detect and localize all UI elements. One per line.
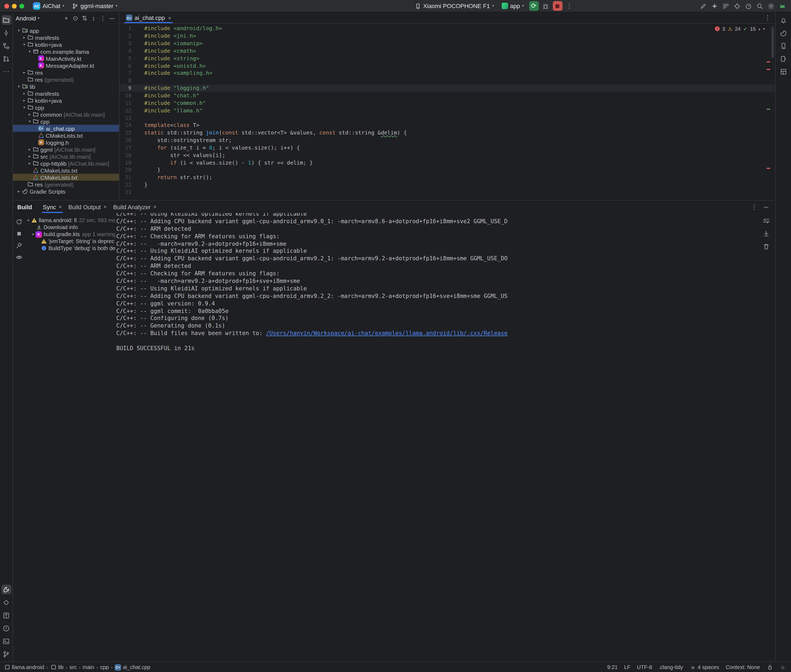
build-tab-build-analyzer[interactable]: Build Analyzer× [110,201,160,213]
gradle-icon[interactable] [779,28,788,38]
breadcrumb-llama.android[interactable]: llama.android [4,664,44,670]
structure-icon[interactable] [2,41,11,51]
soft-wrap-icon[interactable] [761,216,771,226]
project-view-selector[interactable]: Android [16,15,36,21]
tree-item-CMakeLists.txt[interactable]: CMakeLists.txt [13,132,119,139]
more-options-icon[interactable]: ⋮ [98,14,107,22]
line-number[interactable]: 19 [119,160,132,165]
code-line-13[interactable]: 13 [119,114,775,122]
inspections-widget[interactable]: ! 3 ⚠ 24 ✔ 15 ▴ ▾ [713,25,767,32]
line-number[interactable]: 22 [119,182,132,188]
code-line-17[interactable]: 17 for (size_t i = 0; i < values.size();… [119,144,775,151]
code-line-18[interactable]: 18 str << values[i]; [119,151,775,159]
line-number[interactable]: 11 [119,100,132,106]
build-tab-sync[interactable]: Sync× [40,201,65,213]
chevron-down-icon[interactable]: ▾ [16,28,21,32]
close-tab-icon[interactable]: × [153,204,157,210]
chevron-right-icon[interactable]: ▸ [27,112,32,117]
tree-item-com.example.llama[interactable]: ▾com.example.llama [13,48,119,55]
build-tree-item[interactable]: BuildType 'debug' is both de [25,245,115,252]
tree-item-manifests[interactable]: ▸manifests [13,90,119,97]
app-inspection-icon[interactable] [732,1,742,11]
hide-panel-icon[interactable]: ─ [761,202,771,212]
chevron-right-icon[interactable]: ▸ [21,91,27,96]
status-item-9:21[interactable]: 9:21 [607,664,618,670]
live-edit-icon[interactable] [698,1,708,11]
code-line-14[interactable]: 14template<class T> [119,122,775,129]
status-item-lock-icon[interactable] [767,664,773,670]
code-line-5[interactable]: 5#include <string> [119,54,775,62]
code-line-12[interactable]: 12#include "llama.h" [119,107,775,114]
tree-item-src[interactable]: ▸src [AiChat.lib.main] [13,153,119,160]
branch-selector[interactable]: ggml-master ▾ [69,1,120,11]
minimize-window-button[interactable] [12,3,17,8]
project-icon[interactable] [2,15,11,25]
code-line-19[interactable]: 19 if (i < values.size() - 1) { str << d… [119,158,775,166]
tree-item-cpp-httplib[interactable]: ▸cpp-httplib [AiChat.lib.main] [13,160,119,167]
close-window-button[interactable] [4,3,9,8]
add-icon[interactable]: + [62,14,71,22]
status-item-LF[interactable]: LF [624,664,631,670]
status-item-4-spaces[interactable]: »4 spaces [690,664,719,670]
collapse-all-icon[interactable]: ↕ [89,14,98,22]
running-devices-icon[interactable] [779,54,788,64]
line-number[interactable]: 6 [119,62,132,69]
code-line-4[interactable]: 4#include <cmath> [119,47,775,54]
line-number[interactable]: 4 [119,48,132,54]
code-line-15[interactable]: 15static std::string join(const std::vec… [119,129,775,137]
build-tree-item[interactable]: ▾llama.android: fi22 sec, 583 ms [25,217,115,224]
line-number[interactable]: 13 [119,115,132,121]
tree-item-CMakeLists.txt[interactable]: CMakeLists.txt [13,167,119,174]
line-number[interactable]: 2 [119,33,132,39]
more-tool-windows-icon[interactable]: ⋯ [2,67,11,76]
line-number[interactable]: 9 [119,85,132,91]
close-tab-icon[interactable]: × [59,204,62,210]
code-line-6[interactable]: 6#include <unistd.h> [119,62,775,69]
line-number[interactable]: 23 [119,189,132,195]
tree-item-kotlin+java[interactable]: ▾kotlin+java [13,41,119,48]
project-selector[interactable]: AC AiChat ▾ [30,1,67,11]
more-options-icon[interactable]: ⋮ [749,202,759,212]
debug-button[interactable] [541,1,550,11]
expand-all-icon[interactable]: ⇅ [80,14,89,22]
chevron-down-icon[interactable]: ▾ [30,232,35,236]
line-number[interactable]: 14 [119,122,132,128]
code-line-21[interactable]: 21 return str.str(); [119,174,775,181]
stop-button[interactable] [552,1,562,11]
chevron-right-icon[interactable]: ▸ [21,70,27,75]
stop-gray-icon[interactable] [14,229,23,238]
tree-item-cpp[interactable]: ▾cpp [13,118,119,125]
chevron-down-icon[interactable]: ▾ [27,119,32,123]
android-avatar-icon[interactable] [777,1,787,11]
error-stripe-mark[interactable] [767,109,770,110]
line-number[interactable]: 15 [119,130,132,136]
chevron-down-icon[interactable]: ▾ [21,42,27,46]
tree-item-kotlin+java[interactable]: ▸kotlin+java [13,97,119,104]
line-number[interactable]: 20 [119,167,132,173]
build-tree-item[interactable]: ▾Kbuild.gradle.ktsapp 1 warning [25,231,115,238]
settings-icon[interactable] [766,1,776,11]
line-number[interactable]: 3 [119,40,132,46]
chevron-right-icon[interactable]: ▸ [27,147,32,151]
zoom-window-button[interactable] [19,3,24,8]
build-icon[interactable] [2,585,11,594]
pull-requests-icon[interactable] [2,54,11,64]
chevron-right-icon[interactable]: ▸ [21,35,27,40]
run-config-selector[interactable]: app ▾ [499,1,527,11]
tree-item-app[interactable]: ▾app [13,27,119,34]
chevron-right-icon[interactable]: ▸ [16,189,21,194]
tree-item-common[interactable]: ▸common [AiChat.lib.main] [13,111,119,118]
more-run-options-button[interactable]: ⋮ [565,1,574,11]
layout-inspector-icon[interactable] [779,67,788,76]
device-selector[interactable]: Xiaomi POCOPHONE F1 ▾ [412,1,497,11]
chevron-down-icon[interactable]: ▾ [27,49,32,53]
status-item-.clang-tidy[interactable]: .clang-tidy [659,664,683,670]
code-line-10[interactable]: 10#include "chat.h" [119,92,775,99]
line-number[interactable]: 7 [119,70,132,76]
problems-icon[interactable] [2,623,11,633]
line-number[interactable]: 21 [119,174,132,181]
rerun-button[interactable]: ⟳ [529,1,539,11]
tree-item-ai_chat.cpp[interactable]: C+ai_chat.cpp [13,125,119,132]
build-tree-item[interactable]: 'jvmTarget: String' is deprec [25,238,115,245]
device-explorer-icon[interactable] [2,610,11,620]
